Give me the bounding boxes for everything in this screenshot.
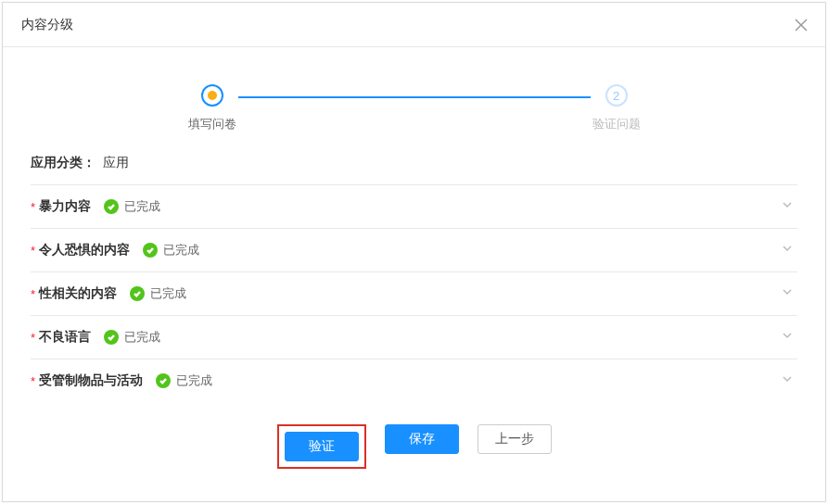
category-line: 应用分类：应用	[31, 155, 797, 171]
section-title: 受管制物品与活动	[39, 372, 143, 389]
chevron-down-icon	[781, 285, 794, 302]
close-icon[interactable]	[792, 16, 810, 34]
status-badge: 已完成	[130, 285, 186, 302]
step-1-circle	[201, 84, 223, 107]
check-circle-icon	[143, 243, 158, 258]
status-badge: 已完成	[104, 198, 160, 215]
check-circle-icon	[104, 199, 119, 214]
section-title: 性相关的内容	[39, 285, 117, 302]
stepper: 填写问卷 2 验证问题	[31, 84, 797, 132]
chevron-down-icon	[781, 242, 794, 258]
verify-highlight: 验证	[277, 424, 366, 469]
section-row-language[interactable]: * 不良语言 已完成	[31, 315, 797, 359]
section-row-sexual[interactable]: * 性相关的内容 已完成	[31, 271, 797, 315]
modal-body: 填写问卷 2 验证问题 应用分类：应用 * 暴力内容 已完成	[3, 47, 825, 501]
step-2-label: 验证问题	[592, 116, 641, 132]
section-row-violence[interactable]: * 暴力内容 已完成	[31, 184, 797, 228]
prev-step-button[interactable]: 上一步	[478, 424, 552, 454]
status-text: 已完成	[124, 329, 160, 346]
sections-list: * 暴力内容 已完成 * 令人恐惧的内容	[31, 184, 797, 402]
save-button[interactable]: 保存	[385, 424, 459, 454]
section-title: 令人恐惧的内容	[39, 242, 130, 258]
chevron-down-icon	[781, 329, 794, 346]
step-1: 填写问卷	[188, 84, 236, 132]
footer-actions: 验证 保存 上一步	[31, 402, 797, 495]
required-star: *	[31, 244, 35, 258]
status-badge: 已完成	[156, 372, 212, 389]
modal-header: 内容分级	[3, 3, 825, 47]
check-circle-icon	[130, 286, 145, 301]
required-star: *	[31, 374, 35, 388]
status-badge: 已完成	[143, 242, 199, 258]
chevron-down-icon	[781, 198, 794, 215]
check-circle-icon	[104, 330, 119, 345]
required-star: *	[31, 287, 35, 301]
section-row-controlled[interactable]: * 受管制物品与活动 已完成	[31, 359, 797, 402]
step-1-label: 填写问卷	[188, 116, 236, 132]
section-title: 不良语言	[39, 329, 91, 346]
category-label: 应用分类：	[31, 155, 96, 170]
status-text: 已完成	[124, 198, 160, 215]
step-connector	[238, 96, 591, 98]
content-rating-modal: 内容分级 填写问卷 2 验证问题 应用分类：应用 * 暴力内容	[2, 2, 826, 502]
step-2-circle: 2	[605, 84, 628, 107]
check-circle-icon	[156, 373, 171, 388]
status-text: 已完成	[163, 242, 199, 258]
category-value: 应用	[103, 155, 129, 170]
step-2: 2 验证问题	[592, 84, 641, 132]
status-text: 已完成	[176, 372, 212, 389]
section-row-fear[interactable]: * 令人恐惧的内容 已完成	[31, 228, 797, 271]
verify-button[interactable]: 验证	[285, 432, 359, 461]
required-star: *	[31, 331, 35, 345]
status-badge: 已完成	[104, 329, 160, 346]
modal-title: 内容分级	[21, 17, 73, 33]
section-title: 暴力内容	[39, 198, 91, 215]
required-star: *	[31, 200, 35, 214]
status-text: 已完成	[150, 285, 186, 302]
chevron-down-icon	[781, 372, 794, 389]
